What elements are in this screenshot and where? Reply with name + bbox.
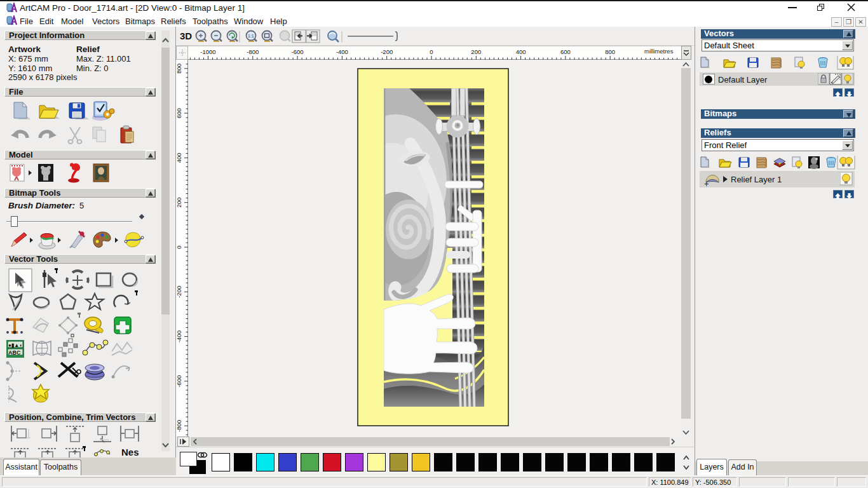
svg-text:-600: -600: [176, 375, 182, 387]
svg-text:ABC: ABC: [8, 349, 21, 356]
svg-text:-200: -200: [176, 286, 182, 298]
svg-text:-1000: -1000: [200, 48, 215, 55]
svg-text:400: 400: [176, 152, 182, 163]
svg-text:200: 200: [471, 48, 481, 55]
svg-text:400: 400: [516, 48, 526, 55]
svg-text:-800: -800: [247, 48, 259, 55]
svg-text:0: 0: [430, 48, 433, 55]
svg-text:-800: -800: [176, 420, 182, 432]
svg-text:-600: -600: [292, 48, 304, 55]
svg-text:-400: -400: [336, 48, 348, 55]
svg-text:800: 800: [176, 64, 182, 74]
svg-text:-200: -200: [381, 48, 393, 55]
svg-text:200: 200: [176, 198, 182, 208]
svg-text:●▮▲◖: ●▮▲◖: [8, 342, 22, 348]
svg-text:+: +: [704, 179, 709, 187]
svg-text:-400: -400: [176, 330, 182, 342]
svg-text:1:1: 1:1: [248, 34, 254, 38]
svg-text:0: 0: [176, 245, 182, 248]
svg-text:600: 600: [560, 48, 571, 55]
svg-text:800: 800: [605, 48, 615, 55]
svg-text:600: 600: [176, 108, 182, 118]
